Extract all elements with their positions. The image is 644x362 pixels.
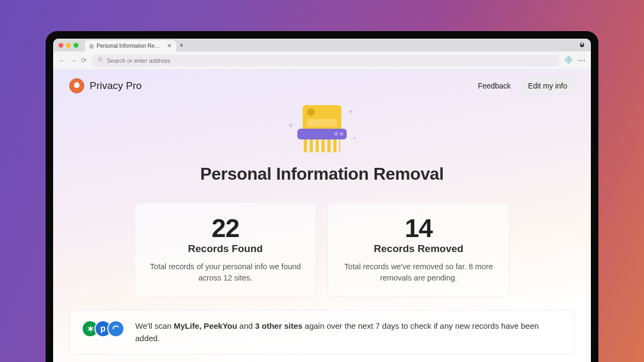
stat-found-label: Records Found xyxy=(148,243,303,255)
forward-icon[interactable]: → xyxy=(70,56,77,64)
address-bar[interactable]: Search or enter address xyxy=(92,55,559,67)
search-icon xyxy=(98,57,104,64)
stat-found-description: Total records of your personal info we f… xyxy=(148,261,303,284)
stat-removed-value: 14 xyxy=(341,213,496,243)
svg-point-0 xyxy=(99,58,102,61)
site-logos: ✶ p xyxy=(82,320,125,337)
menu-icon[interactable]: ⋯ xyxy=(578,56,586,65)
scan-status-text: We'll scan MyLife, PeekYou and 3 other s… xyxy=(135,320,562,344)
edit-info-button[interactable]: Edit my info xyxy=(521,77,575,94)
laptop-frame: ◎ Personal Information Removal ✕ + ← → ⟳… xyxy=(46,31,598,362)
duckduckgo-logo-icon xyxy=(69,78,84,93)
app-header: Privacy Pro Feedback Edit my info xyxy=(53,70,591,102)
maximize-window-icon[interactable] xyxy=(74,43,78,48)
window-controls xyxy=(58,43,78,48)
stats-row: 22 Records Found Total records of your p… xyxy=(69,202,575,297)
tab-title: Personal Information Removal xyxy=(97,43,164,49)
browser-tab[interactable]: ◎ Personal Information Removal ✕ xyxy=(85,40,176,51)
brand: Privacy Pro xyxy=(69,78,142,93)
screen: ◎ Personal Information Removal ✕ + ← → ⟳… xyxy=(53,39,591,362)
address-placeholder: Search or enter address xyxy=(107,57,170,64)
stat-found-value: 22 xyxy=(148,213,303,243)
brand-name: Privacy Pro xyxy=(90,80,142,92)
tab-favicon-icon: ◎ xyxy=(89,43,94,49)
close-window-icon[interactable] xyxy=(58,43,63,48)
back-icon[interactable]: ← xyxy=(58,56,65,64)
shield-icon[interactable] xyxy=(565,56,573,65)
site-logo-icon xyxy=(107,320,125,337)
tab-close-icon[interactable]: ✕ xyxy=(167,42,172,49)
svg-line-1 xyxy=(101,61,103,62)
browser-tab-bar: ◎ Personal Information Removal ✕ + xyxy=(53,39,591,51)
stat-card-found: 22 Records Found Total records of your p… xyxy=(134,202,317,297)
browser-toolbar: ← → ⟳ Search or enter address ⋯ xyxy=(53,51,591,70)
stat-removed-description: Total records we've removed so far. 8 mo… xyxy=(341,261,496,284)
page-content: Privacy Pro Feedback Edit my info ✦✦✦ Pe… xyxy=(53,70,591,362)
reload-icon[interactable]: ⟳ xyxy=(81,56,87,64)
page-title: Personal Information Removal xyxy=(200,164,444,184)
new-tab-icon[interactable]: + xyxy=(179,41,184,49)
shredder-illustration-icon: ✦✦✦ xyxy=(290,105,354,157)
minimize-window-icon[interactable] xyxy=(66,43,71,48)
stat-card-removed: 14 Records Removed Total records we've r… xyxy=(327,202,510,297)
hero: ✦✦✦ Personal Information Removal xyxy=(53,105,591,184)
fire-icon[interactable] xyxy=(579,41,586,49)
scan-status-card: ✶ p We'll scan MyLife, PeekYou and 3 oth… xyxy=(69,310,575,354)
stat-removed-label: Records Removed xyxy=(341,243,496,255)
feedback-link[interactable]: Feedback xyxy=(478,82,510,90)
